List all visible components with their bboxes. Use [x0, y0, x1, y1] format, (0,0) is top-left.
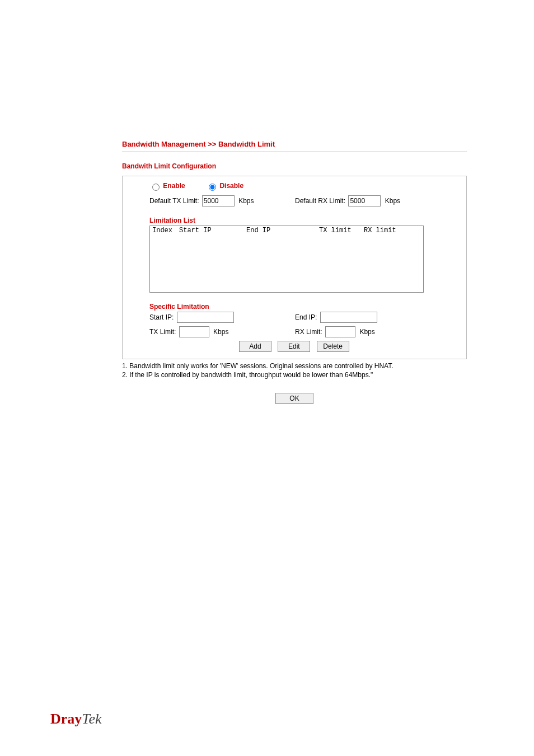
list-header: IndexStart IPEnd IPTX limitRX limit: [152, 227, 421, 234]
end-ip-input[interactable]: [320, 312, 377, 323]
breadcrumb: Bandwidth Management >> Bandwidth Limit: [122, 140, 467, 148]
action-button-row: Add Edit Delete: [149, 341, 461, 352]
start-ip-input[interactable]: [177, 312, 234, 323]
delete-button[interactable]: Delete: [317, 341, 349, 352]
limit-row: TX Limit: Kbps RX Limit: Kbps: [149, 326, 461, 337]
enable-radio[interactable]: [152, 184, 160, 191]
divider: [122, 152, 467, 152]
config-panel: Enable Disable Default TX Limit: Kbps De…: [122, 176, 467, 359]
enable-text: Enable: [163, 182, 185, 190]
end-ip-label: End IP:: [295, 313, 317, 321]
rx-limit-input[interactable]: [325, 326, 355, 337]
limitation-list-heading: Limitation List: [149, 217, 461, 224]
rx-limit-unit: Kbps: [359, 328, 374, 336]
tx-limit-label: TX Limit:: [149, 328, 176, 336]
limitation-listbox[interactable]: IndexStart IPEnd IPTX limitRX limit: [149, 226, 424, 293]
disable-text: Disable: [219, 182, 243, 190]
note-2: 2. If the IP is controlled by bandwidth …: [122, 370, 467, 379]
tx-limit-input[interactable]: [179, 326, 209, 337]
ip-row: Start IP: End IP:: [149, 312, 461, 323]
enable-disable-row: Enable Disable: [149, 182, 461, 191]
default-rx-input[interactable]: [348, 195, 381, 206]
default-tx-label: Default TX Limit:: [149, 197, 199, 205]
specific-limitation-heading: Specific Limitation: [149, 303, 461, 311]
disable-radio[interactable]: [209, 184, 216, 191]
section-title: Bandwith Limit Configuration: [122, 162, 467, 170]
col-rx-limit: RX limit: [364, 227, 403, 234]
default-tx-unit: Kbps: [238, 197, 254, 205]
start-ip-label: Start IP:: [149, 313, 174, 321]
col-index: Index: [152, 227, 179, 234]
rx-limit-label: RX Limit:: [295, 328, 322, 336]
col-tx-limit: TX limit: [319, 227, 364, 234]
notes: 1. Bandwidth limit only works for 'NEW' …: [122, 361, 467, 379]
enable-radio-label[interactable]: Enable: [149, 182, 187, 190]
defaults-row: Default TX Limit: Kbps Default RX Limit:…: [149, 195, 461, 206]
disable-radio-label[interactable]: Disable: [206, 182, 243, 190]
add-button[interactable]: Add: [239, 341, 271, 352]
ok-button[interactable]: OK: [275, 393, 313, 404]
edit-button[interactable]: Edit: [278, 341, 310, 352]
col-start-ip: Start IP: [179, 227, 246, 234]
note-1: 1. Bandwidth limit only works for 'NEW' …: [122, 361, 467, 370]
tx-limit-unit: Kbps: [213, 328, 228, 336]
default-rx-label: Default RX Limit:: [295, 197, 345, 205]
col-end-ip: End IP: [246, 227, 319, 234]
default-tx-input[interactable]: [202, 195, 235, 206]
default-rx-unit: Kbps: [385, 197, 400, 205]
